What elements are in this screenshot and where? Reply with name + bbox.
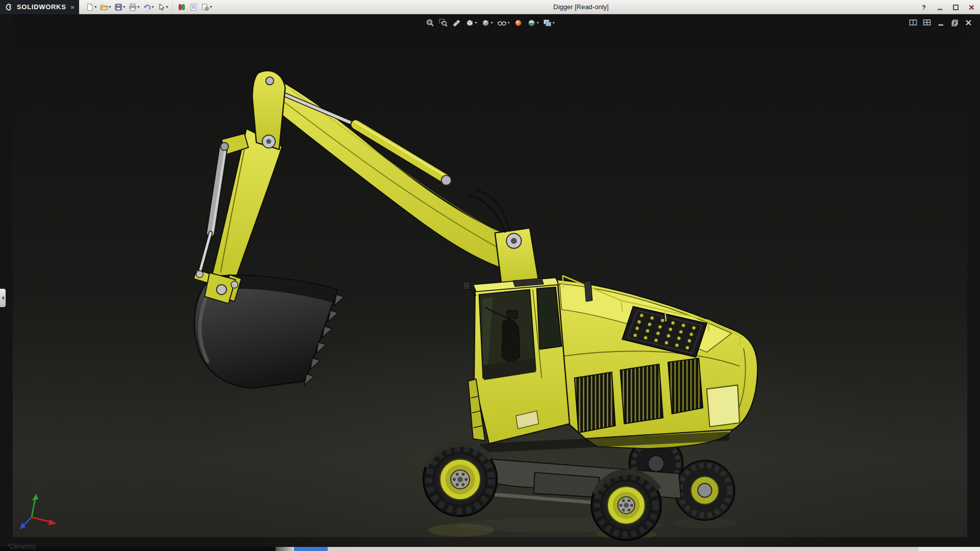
status-strip-fade-segment: [276, 547, 294, 551]
solidworks-window: SOLIDWORKS » ▾ ▾: [0, 0, 980, 551]
zoom-to-area-button[interactable]: [437, 17, 449, 29]
undo-arrow-icon: [143, 3, 151, 11]
caret: ▾: [491, 21, 493, 25]
apply-scene-icon: [527, 18, 536, 28]
undo-button[interactable]: ▾: [141, 1, 155, 13]
graphics-viewport[interactable]: ▾ ▾ ▾: [0, 14, 980, 551]
pane-grid-icon: [923, 18, 931, 27]
close-button[interactable]: [967, 3, 976, 12]
view-settings-button[interactable]: ▾: [542, 17, 556, 29]
status-strip-dark-segment: [0, 547, 276, 551]
print-icon: [129, 3, 137, 11]
hide-show-items-button[interactable]: ▾: [495, 17, 511, 29]
edit-appearance-button[interactable]: [512, 17, 525, 29]
select-button[interactable]: ▾: [156, 1, 169, 13]
print-button[interactable]: ▾: [127, 1, 141, 13]
save-floppy-icon: [114, 3, 122, 11]
section-view-icon: [452, 18, 461, 28]
doc-restore-button[interactable]: [950, 18, 959, 27]
view-orientation-cube-icon: [465, 18, 474, 28]
status-strip-blue-segment: [294, 547, 328, 551]
pane-split-icon: [909, 18, 917, 27]
doc-restore-icon: [951, 19, 959, 27]
status-strip-light-segment: [919, 547, 980, 551]
hide-show-glasses-icon: [497, 18, 507, 28]
toolbar-separator: [173, 3, 173, 12]
menu-expand-arrow[interactable]: »: [71, 4, 75, 11]
caret: ▾: [210, 5, 212, 9]
pane-split-button[interactable]: [909, 18, 918, 27]
select-cursor-icon: [157, 3, 165, 11]
status-strip: [0, 547, 980, 551]
doc-minimize-button[interactable]: [936, 18, 945, 27]
caret: ▾: [553, 21, 555, 25]
caret: ▾: [152, 5, 154, 9]
view-orientation-button[interactable]: ▾: [463, 17, 478, 29]
new-document-button[interactable]: ▾: [84, 1, 98, 13]
scene-canvas[interactable]: [0, 14, 980, 551]
caret: ▾: [507, 21, 509, 25]
view-settings-icon: [543, 18, 552, 28]
zoom-to-fit-button[interactable]: [424, 17, 436, 29]
minimize-icon: [937, 4, 943, 11]
doc-close-button[interactable]: [964, 18, 973, 27]
solidworks-logo-icon: [3, 3, 13, 12]
titlebar: SOLIDWORKS » ▾ ▾: [0, 0, 980, 14]
caret: ▾: [94, 5, 96, 9]
maximize-icon: [952, 4, 959, 11]
save-button[interactable]: ▾: [113, 1, 127, 13]
doc-minimize-icon: [937, 19, 945, 27]
open-folder-icon: [100, 3, 108, 11]
window-title: Digger [Read-only]: [553, 0, 608, 14]
display-style-cube-icon: [481, 18, 490, 28]
section-view-button[interactable]: [450, 17, 462, 29]
stoplight-icon: [178, 3, 186, 11]
file-properties-button[interactable]: [188, 1, 199, 13]
pane-grid-button[interactable]: [922, 18, 932, 27]
brand-text: SOLIDWORKS: [17, 3, 66, 11]
solidworks-brand: SOLIDWORKS »: [0, 0, 79, 14]
close-icon: [968, 4, 975, 11]
file-toolbar: ▾ ▾ ▾: [84, 1, 213, 13]
file-properties-icon: [189, 3, 198, 11]
caret: ▾: [123, 5, 125, 9]
minimize-button[interactable]: [935, 3, 944, 12]
cab: [463, 278, 569, 443]
edit-appearance-ball-icon: [514, 18, 523, 28]
orientation-label: *Dimetric: [7, 542, 36, 550]
doc-close-icon: [965, 19, 972, 27]
featuremanager-flyout-arrow[interactable]: [0, 289, 6, 307]
maximize-button[interactable]: [951, 3, 960, 12]
zoom-to-fit-icon: [425, 18, 434, 28]
caret: ▾: [166, 5, 168, 9]
new-document-icon: [86, 3, 94, 11]
caret: ▾: [109, 5, 111, 9]
help-button[interactable]: ?: [919, 3, 928, 12]
display-style-button[interactable]: ▾: [479, 17, 494, 29]
document-window-controls: [909, 18, 973, 27]
options-gear-icon: [201, 3, 209, 11]
caret: ▾: [475, 21, 477, 25]
caret: ▾: [537, 21, 539, 25]
options-button[interactable]: ▾: [200, 1, 213, 13]
window-controls: ?: [919, 0, 976, 14]
zoom-to-area-icon: [438, 18, 448, 28]
caret: ▾: [137, 5, 139, 9]
open-button[interactable]: ▾: [99, 1, 112, 13]
exhaust-stack: [584, 281, 593, 302]
headsup-toolbar: ▾ ▾ ▾: [424, 17, 556, 29]
rebuild-stoplight-button[interactable]: [176, 1, 187, 13]
apply-scene-button[interactable]: ▾: [526, 17, 541, 29]
